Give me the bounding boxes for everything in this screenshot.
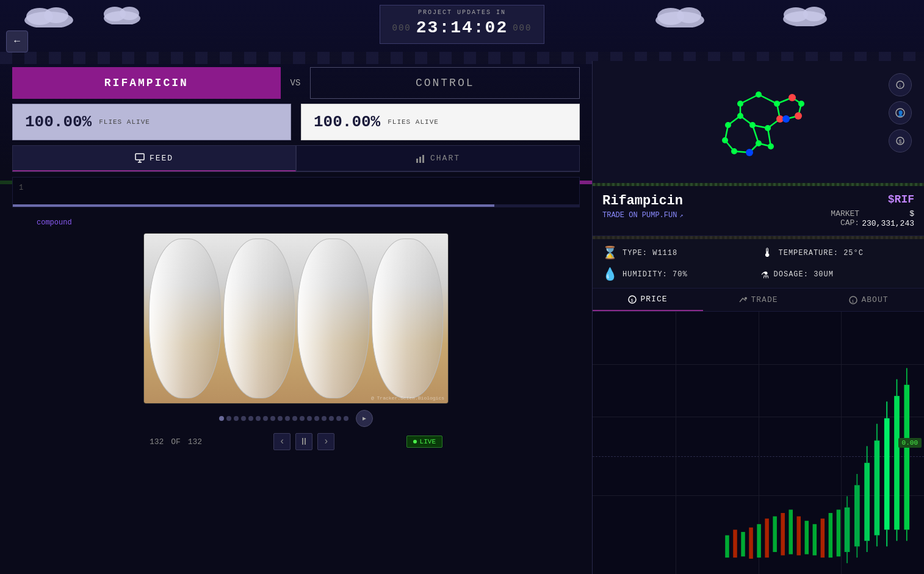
svg-point-49 <box>756 140 762 146</box>
right-actions: ↓ 👤 $ <box>889 73 912 152</box>
timer-dots-left: 000 <box>392 23 411 33</box>
play-button[interactable]: ▶ <box>356 410 373 427</box>
svg-text:$: $ <box>898 139 902 145</box>
about-tab[interactable]: i ABOUT <box>814 289 924 311</box>
tab-row: FEED CHART <box>12 145 580 172</box>
timer-value: 23:14:02 <box>416 18 508 37</box>
compound-label: compound <box>37 218 72 227</box>
page-info: 132 OF 132 <box>150 437 202 447</box>
dot-2 <box>234 416 239 421</box>
drug-info: Rifampicin TRADE ON PUMP.FUN ↗ $RIF MARK… <box>593 186 924 236</box>
control-button[interactable]: CONTROL <box>310 67 580 99</box>
market-info: $RIF MARKETCAP: $ 230,331,243 <box>831 193 914 228</box>
chart-tab[interactable]: CHART <box>296 145 580 171</box>
svg-point-63 <box>745 297 747 300</box>
rifampicin-button[interactable]: RIFAMPICIN <box>12 67 281 99</box>
svg-point-50 <box>768 143 774 149</box>
dot-0 <box>219 416 224 421</box>
live-badge: LIVE <box>406 436 442 448</box>
type-text: TYPE: W1118 <box>623 249 677 257</box>
svg-rect-98 <box>813 524 817 555</box>
monitor-icon <box>135 153 145 163</box>
temperature-item: 🌡 TEMPERATURE: 25°C <box>762 245 915 260</box>
price-tab[interactable]: $ PRICE <box>593 289 703 311</box>
share-button[interactable]: 👤 <box>889 101 912 124</box>
svg-point-48 <box>746 149 753 156</box>
feed-tab[interactable]: FEED <box>12 145 296 171</box>
dot-4 <box>248 416 253 421</box>
svg-rect-94 <box>781 512 785 554</box>
svg-rect-69 <box>854 485 860 547</box>
type-item: ⌛ TYPE: W1118 <box>602 245 756 260</box>
dots-row: ▶ <box>219 410 373 427</box>
svg-rect-99 <box>821 518 825 558</box>
pause-button[interactable]: ⏸ <box>295 433 312 450</box>
drug-name: Rifampicin <box>602 193 683 209</box>
dot-13 <box>314 416 319 421</box>
price-label: 0.00 <box>898 438 922 448</box>
svg-point-52 <box>798 101 804 107</box>
trade-link[interactable]: TRADE ON PUMP.FUN ↗ <box>602 211 683 220</box>
chart-area: 0.00 <box>593 312 924 574</box>
back-button[interactable]: ← <box>6 30 28 52</box>
project-updates-label: PROJECT UPDATES IN <box>392 9 532 16</box>
download-button[interactable]: ↓ <box>889 73 912 96</box>
feed-tab-label: FEED <box>150 154 173 163</box>
chart-icon <box>416 154 425 163</box>
svg-rect-81 <box>894 396 900 529</box>
market-cap-currency: $ <box>909 209 914 218</box>
svg-rect-95 <box>789 509 793 554</box>
svg-text:↓: ↓ <box>898 82 902 89</box>
info-icon: i <box>849 296 857 304</box>
next-button[interactable]: › <box>317 433 334 450</box>
temperature-text: TEMPERATURE: 25°C <box>779 249 864 257</box>
svg-point-45 <box>725 122 731 128</box>
control-stat-box: 100.00% FLIES ALIVE <box>301 104 580 140</box>
svg-point-47 <box>731 148 737 154</box>
dot-1 <box>226 416 231 421</box>
video-frame: @ Tracker.Scien.Biologics <box>144 234 448 403</box>
trade-link-container: TRADE ON PUMP.FUN ↗ <box>602 211 683 220</box>
molecule-section: ↓ 👤 $ <box>593 61 924 183</box>
prev-button[interactable]: ‹ <box>273 433 291 450</box>
dot-10 <box>292 416 297 421</box>
svg-point-44 <box>749 122 756 128</box>
trade-tab[interactable]: TRADE <box>703 289 814 311</box>
stats-row: 100.00% FLIES ALIVE 100.00% FLIES ALIVE <box>12 104 580 140</box>
svg-rect-89 <box>741 532 745 556</box>
currency-button[interactable]: $ <box>889 129 912 152</box>
trade-link-text: TRADE ON PUMP.FUN <box>602 211 677 220</box>
drug-ticker: $RIF <box>831 193 914 206</box>
dot-14 <box>322 416 327 421</box>
timer-dots-right: 000 <box>513 23 532 33</box>
nav-buttons: ‹ ⏸ › <box>273 433 334 450</box>
dot-9 <box>285 416 290 421</box>
svg-rect-97 <box>805 520 809 554</box>
svg-text:👤: 👤 <box>897 110 904 117</box>
type-icon: ⌛ <box>602 245 618 260</box>
feed-progress-bar <box>13 204 579 207</box>
svg-rect-91 <box>757 524 761 558</box>
scanline-experiment <box>593 236 924 239</box>
svg-point-38 <box>756 91 762 98</box>
control-percentage: 100.00% <box>314 113 380 131</box>
top-bar: PROJECT UPDATES IN 000 23:14:02 000 <box>0 0 924 49</box>
price-tabs: $ PRICE TRADE i ABOUT <box>593 289 924 312</box>
page-total: 132 <box>188 437 202 447</box>
svg-rect-101 <box>837 509 841 556</box>
rifampicin-percentage: 100.00% <box>25 113 92 131</box>
svg-rect-90 <box>749 527 753 558</box>
chart-tab-label: CHART <box>430 154 460 163</box>
humidity-icon: 💧 <box>602 267 618 282</box>
svg-point-51 <box>789 94 796 101</box>
dot-5 <box>256 416 261 421</box>
dot-17 <box>344 416 348 421</box>
svg-rect-84 <box>904 384 909 529</box>
market-cap-row: MARKETCAP: $ 230,331,243 <box>831 208 914 228</box>
share-icon: 👤 <box>895 107 906 118</box>
cylinder-1 <box>149 239 221 398</box>
control-unit: FLIES ALIVE <box>388 118 439 126</box>
svg-line-18 <box>740 95 759 104</box>
dot-6 <box>263 416 268 421</box>
market-cap-values: $ 230,331,243 <box>862 208 914 228</box>
